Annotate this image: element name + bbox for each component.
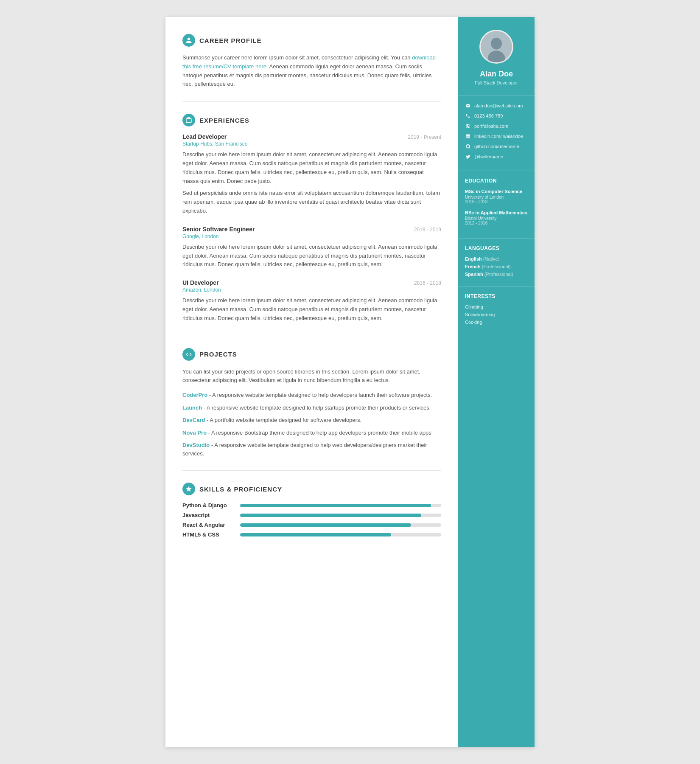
edu-year-0: 2016 - 2018 — [465, 199, 528, 204]
project-item-1: Launch - A responsive website template d… — [182, 404, 441, 412]
skill-name-1: Javascript — [182, 512, 233, 518]
project-link-4[interactable]: DevStudio — [182, 442, 210, 448]
career-text-before: Summarise your career here lorem ipsum d… — [182, 54, 412, 61]
experiences-list: Lead Developer 2019 - Present Startup Hu… — [182, 133, 441, 323]
skill-row-3: HTML5 & CSS — [182, 531, 441, 538]
interest-item-1: Snowboarding — [465, 312, 528, 317]
exp-company: Google, London — [182, 233, 441, 239]
exp-desc-1: Describe your role here lorem ipsum dolo… — [182, 150, 441, 185]
skill-bar-fill-1 — [240, 514, 421, 517]
star-icon — [185, 486, 192, 492]
languages-title: LANGUAGES — [465, 245, 528, 251]
language-item-2: Spanish (Professional) — [465, 272, 528, 277]
contact-item-linkedin: linkedin.com/in/alandoe — [465, 133, 528, 139]
interests-list: ClimbingSnowboardingCooking — [465, 304, 528, 325]
exp-company: Amazon, London — [182, 287, 441, 293]
divider-3 — [182, 470, 441, 471]
profile-section: Alan Doe Full Stack Developer — [458, 17, 535, 96]
email-icon — [465, 103, 471, 109]
language-item-0: English (Native) — [465, 256, 528, 261]
language-item-1: French (Professional) — [465, 264, 528, 269]
contact-list: alan.doe@website.com 0123 456 789 portfo… — [465, 103, 528, 160]
project-desc-1: - A responsive website template designed… — [202, 404, 431, 411]
lang-name-2: Spanish — [465, 272, 483, 277]
exp-date: 2018 - 2019 — [414, 227, 441, 233]
edu-school-1: Bristol University — [465, 216, 528, 221]
contact-item-github: github.com/username — [465, 143, 528, 149]
contact-text-email: alan.doe@website.com — [474, 103, 523, 108]
skill-bar-bg-2 — [240, 523, 441, 527]
skill-bar-fill-0 — [240, 504, 431, 507]
twitter-icon — [465, 154, 471, 160]
resume-container: CAREER PROFILE Summarise your career her… — [165, 17, 535, 747]
contact-text-linkedin: linkedin.com/in/alandoe — [474, 134, 523, 139]
skill-name-3: HTML5 & CSS — [182, 531, 233, 538]
projects-icon — [182, 348, 195, 361]
lang-name-0: English — [465, 256, 482, 261]
skill-name-2: React & Angular — [182, 522, 233, 528]
project-item-4: DevStudio - A responsive website templat… — [182, 441, 441, 458]
skill-bar-fill-2 — [240, 523, 411, 527]
contact-item-phone: 0123 456 789 — [465, 113, 528, 119]
exp-header: UI Developer 2016 - 2018 — [182, 279, 441, 286]
project-link-2[interactable]: DevCard — [182, 417, 205, 423]
career-profile-text: Summarise your career here lorem ipsum d… — [182, 53, 441, 89]
code-icon — [185, 351, 192, 358]
skill-name-0: Python & Django — [182, 502, 233, 508]
edu-year-1: 2012 - 2016 — [465, 221, 528, 225]
languages-section: LANGUAGES English (Native)French (Profes… — [458, 239, 535, 286]
experience-item-1: Senior Software Engineer 2018 - 2019 Goo… — [182, 226, 441, 269]
experiences-section: EXPERIENCES Lead Developer 2019 - Presen… — [182, 114, 441, 323]
skill-row-0: Python & Django — [182, 502, 441, 508]
contact-text-github: github.com/username — [474, 144, 519, 149]
career-profile-section: CAREER PROFILE Summarise your career her… — [182, 34, 441, 89]
career-profile-header: CAREER PROFILE — [182, 34, 441, 47]
exp-company: Startup Hubs, San Francisco — [182, 141, 441, 147]
projects-section: PROJECTS You can list your side projects… — [182, 348, 441, 458]
contact-item-email: alan.doe@website.com — [465, 103, 528, 109]
languages-list: English (Native)French (Professional)Spa… — [465, 256, 528, 277]
project-desc-4: - A responsive website template designed… — [182, 442, 427, 457]
globe-icon — [465, 123, 471, 129]
lang-level-2: (Professional) — [484, 272, 513, 277]
skills-header: SKILLS & PROFICIENCY — [182, 483, 441, 495]
divider-1 — [182, 101, 441, 102]
profile-role: Full Stack Developer — [467, 80, 526, 85]
project-link-3[interactable]: Nova Pro — [182, 430, 207, 436]
github-icon — [465, 143, 471, 149]
experiences-header: EXPERIENCES — [182, 114, 441, 126]
exp-desc-1: Describe your role here lorem ipsum dolo… — [182, 243, 441, 269]
exp-date: 2016 - 2018 — [414, 280, 441, 286]
projects-intro: You can list your side projects or open … — [182, 368, 441, 385]
contact-text-twitter: @twittername — [474, 154, 503, 159]
exp-title: UI Developer — [182, 279, 219, 286]
skill-row-2: React & Angular — [182, 522, 441, 528]
contact-item-website: portfoliosite.com — [465, 123, 528, 129]
skills-title: SKILLS & PROFICIENCY — [199, 486, 282, 493]
interests-section: INTERESTS ClimbingSnowboardingCooking — [458, 286, 535, 334]
briefcase-icon — [185, 117, 192, 124]
project-item-3: Nova Pro - A responsive Bootstrap theme … — [182, 429, 441, 437]
projects-list: CoderPro - A responsive website template… — [182, 391, 441, 458]
divider-2 — [182, 336, 441, 336]
experience-item-0: Lead Developer 2019 - Present Startup Hu… — [182, 133, 441, 216]
interest-item-0: Climbing — [465, 304, 528, 309]
exp-title: Lead Developer — [182, 133, 227, 140]
project-link-0[interactable]: CoderPro — [182, 392, 207, 398]
experience-item-2: UI Developer 2016 - 2018 Amazon, London … — [182, 279, 441, 323]
experiences-icon — [182, 114, 195, 126]
interest-item-2: Cooking — [465, 320, 528, 325]
education-title: EDUCATION — [465, 178, 528, 184]
skill-bar-fill-3 — [240, 533, 391, 536]
contact-item-twitter: @twittername — [465, 154, 528, 160]
profile-name: Alan Doe — [467, 70, 526, 79]
projects-title: PROJECTS — [199, 351, 237, 358]
education-section: EDUCATION MSc in Computer Science Univer… — [458, 171, 535, 239]
project-link-1[interactable]: Launch — [182, 404, 202, 411]
projects-header: PROJECTS — [182, 348, 441, 361]
exp-header: Senior Software Engineer 2018 - 2019 — [182, 226, 441, 233]
education-item-0: MSc in Computer Science University of Lo… — [465, 189, 528, 204]
skills-section: SKILLS & PROFICIENCY Python & Django Jav… — [182, 483, 441, 538]
linkedin-icon — [465, 133, 471, 139]
left-column: CAREER PROFILE Summarise your career her… — [165, 17, 458, 747]
